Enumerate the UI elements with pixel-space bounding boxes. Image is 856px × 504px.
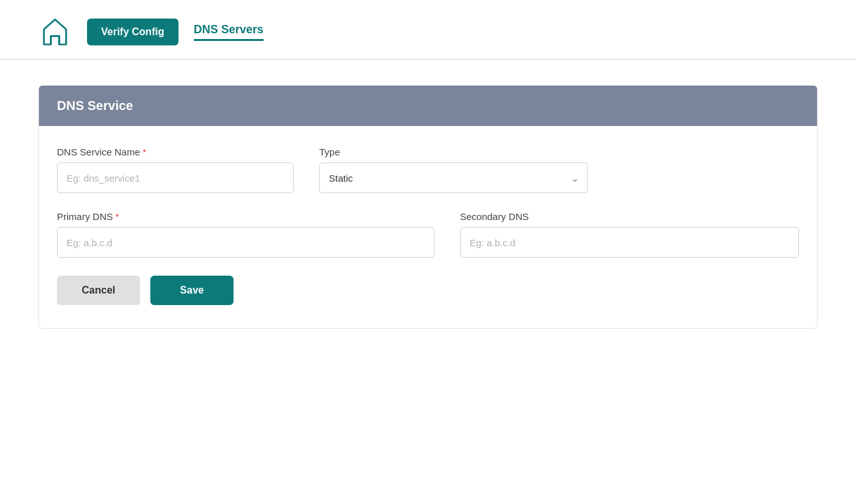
required-star-primary: * bbox=[116, 212, 119, 222]
save-button[interactable]: Save bbox=[150, 276, 234, 305]
dns-servers-tab[interactable]: DNS Servers bbox=[194, 23, 264, 41]
dns-service-card: DNS Service DNS Service Name * Type bbox=[38, 85, 818, 329]
app-header: Verify Config DNS Servers bbox=[0, 0, 856, 59]
card-title: DNS Service bbox=[57, 98, 133, 113]
type-label: Type bbox=[319, 146, 588, 157]
form-row-2: Primary DNS * Secondary DNS bbox=[57, 211, 799, 258]
form-row-1: DNS Service Name * Type Static Dynamic ⌄ bbox=[57, 146, 799, 193]
dns-service-name-label: DNS Service Name * bbox=[57, 146, 294, 157]
card-body: DNS Service Name * Type Static Dynamic ⌄ bbox=[39, 126, 817, 328]
action-row: Cancel Save bbox=[57, 276, 799, 305]
card-header: DNS Service bbox=[39, 86, 817, 126]
secondary-dns-input[interactable] bbox=[460, 227, 799, 258]
secondary-dns-label: Secondary DNS bbox=[460, 211, 799, 222]
type-select-wrapper: Static Dynamic ⌄ bbox=[319, 162, 588, 193]
home-icon[interactable] bbox=[38, 15, 72, 49]
cancel-button[interactable]: Cancel bbox=[57, 276, 140, 305]
primary-dns-label: Primary DNS * bbox=[57, 211, 434, 222]
type-group: Type Static Dynamic ⌄ bbox=[319, 146, 588, 193]
verify-config-button[interactable]: Verify Config bbox=[87, 19, 178, 45]
main-content: DNS Service DNS Service Name * Type bbox=[0, 59, 856, 354]
primary-dns-input[interactable] bbox=[57, 227, 434, 258]
secondary-dns-group: Secondary DNS bbox=[460, 211, 799, 258]
dns-service-name-input[interactable] bbox=[57, 162, 294, 193]
required-star-name: * bbox=[143, 147, 146, 157]
type-select[interactable]: Static Dynamic bbox=[319, 162, 588, 193]
primary-dns-group: Primary DNS * bbox=[57, 211, 434, 258]
dns-service-name-group: DNS Service Name * bbox=[57, 146, 294, 193]
